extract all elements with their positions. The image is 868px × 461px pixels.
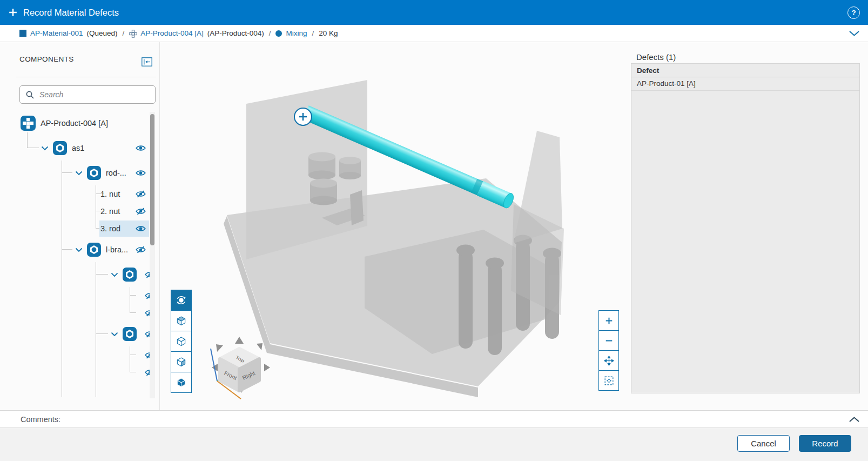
zoom-controls bbox=[598, 311, 619, 391]
assembly-icon bbox=[87, 166, 101, 180]
pan-button[interactable] bbox=[598, 350, 619, 371]
visibility-icon[interactable] bbox=[136, 225, 146, 232]
tree-node[interactable]: 3. rod bbox=[0, 220, 159, 237]
chevron-down-icon[interactable] bbox=[75, 248, 83, 252]
chevron-down-icon[interactable] bbox=[111, 272, 118, 277]
components-panel-title: COMPONENTS bbox=[19, 55, 74, 63]
breadcrumb-operation-link[interactable]: Mixing bbox=[286, 29, 307, 37]
fit-to-view-button[interactable] bbox=[598, 370, 619, 391]
assembly-icon bbox=[53, 141, 67, 155]
help-button[interactable]: ? bbox=[847, 6, 860, 19]
tree-node[interactable] bbox=[0, 262, 159, 287]
chevron-down-icon[interactable] bbox=[111, 332, 118, 337]
chevron-down-icon[interactable] bbox=[41, 146, 49, 151]
components-panel: COMPONENTS AP-Product-004 [A]as1rod-...1… bbox=[0, 42, 160, 410]
material-icon bbox=[19, 30, 26, 37]
cancel-button[interactable]: Cancel bbox=[737, 435, 790, 452]
view-cube[interactable]: Top Front Right bbox=[211, 337, 270, 399]
product-icon bbox=[129, 30, 137, 38]
defects-table: Defect AP-Product-01 [A] bbox=[631, 63, 860, 393]
expand-details-icon[interactable] bbox=[849, 30, 860, 37]
product-alt-name: (AP-Product-004) bbox=[207, 29, 264, 37]
tree-node[interactable]: 2. nut bbox=[0, 203, 159, 220]
search-box bbox=[19, 85, 156, 104]
chevron-down-icon[interactable] bbox=[75, 171, 83, 176]
material-status: (Queued) bbox=[87, 29, 118, 37]
tree-scrollbar-thumb[interactable] bbox=[150, 114, 154, 245]
defects-panel-title: Defects (1) bbox=[636, 52, 676, 62]
viewer-toolbar bbox=[171, 290, 192, 393]
tree-node[interactable] bbox=[0, 287, 159, 304]
product-icon bbox=[21, 116, 36, 131]
tree-node[interactable]: rod-... bbox=[0, 161, 159, 185]
view-cube-shaded-button[interactable] bbox=[171, 310, 192, 331]
visibility-off-icon[interactable] bbox=[136, 246, 146, 253]
tree-node[interactable]: l-bra... bbox=[0, 237, 159, 262]
breadcrumb-separator: / bbox=[312, 29, 314, 37]
tree-node-label: rod-... bbox=[106, 169, 126, 177]
orbit-tool-button[interactable] bbox=[171, 290, 192, 311]
tree-node[interactable]: 1. nut bbox=[0, 185, 159, 203]
assembly-icon bbox=[123, 268, 137, 282]
collapse-comments-icon[interactable] bbox=[849, 416, 860, 423]
search-icon bbox=[25, 90, 35, 99]
collapse-panel-button[interactable] bbox=[142, 57, 152, 66]
view-cube-solid-button[interactable] bbox=[171, 372, 192, 393]
3d-model[interactable] bbox=[224, 80, 564, 397]
3d-viewer: Top Front Right bbox=[160, 42, 628, 410]
page-title: Record Material Defects bbox=[23, 8, 119, 18]
breadcrumb-separator: / bbox=[123, 29, 125, 37]
visibility-icon[interactable] bbox=[136, 144, 146, 152]
tree-node[interactable] bbox=[0, 364, 159, 381]
record-button[interactable]: Record bbox=[799, 435, 851, 452]
view-cube-face-button[interactable] bbox=[171, 351, 192, 372]
comments-label: Comments: bbox=[21, 415, 60, 424]
visibility-icon[interactable] bbox=[136, 169, 146, 177]
tree-node[interactable]: as1 bbox=[0, 136, 159, 161]
defect-row[interactable]: AP-Product-01 [A] bbox=[631, 77, 859, 91]
search-input[interactable] bbox=[39, 90, 150, 99]
divider bbox=[16, 77, 156, 77]
visibility-off-icon[interactable] bbox=[136, 208, 146, 215]
comments-bar[interactable]: Comments: bbox=[0, 410, 868, 428]
zoom-in-button[interactable] bbox=[598, 310, 619, 331]
breadcrumb-material-link[interactable]: AP-Material-001 bbox=[30, 29, 83, 37]
tree-node-label: AP-Product-004 [A] bbox=[41, 119, 108, 128]
assembly-icon bbox=[123, 327, 137, 341]
tree-node-label: 1. nut bbox=[100, 190, 120, 198]
quantity-label: 20 Kg bbox=[319, 29, 338, 37]
breadcrumb-separator: / bbox=[269, 29, 271, 37]
footer-bar: Cancel Record bbox=[0, 428, 868, 461]
tree-node-label: as1 bbox=[72, 144, 84, 152]
components-tree: AP-Product-004 [A]as1rod-...1. nut2. nut… bbox=[0, 111, 159, 410]
model-right-plate bbox=[514, 131, 562, 243]
tree-node-label: 2. nut bbox=[100, 207, 120, 216]
3d-canvas[interactable]: Top Front Right bbox=[160, 42, 628, 410]
tree-node[interactable] bbox=[0, 322, 159, 346]
defects-panel: Defects (1) Defect AP-Product-01 [A] bbox=[628, 42, 868, 410]
app-header: Record Material Defects ? bbox=[0, 0, 868, 25]
tree-node[interactable] bbox=[0, 346, 159, 364]
tree-node-label: l-bra... bbox=[106, 245, 128, 254]
defects-column-header: Defect bbox=[631, 64, 859, 77]
breadcrumb: AP-Material-001 (Queued) / AP-Product-00… bbox=[0, 25, 868, 42]
assembly-icon bbox=[87, 243, 101, 257]
view-cube-wireframe-button[interactable] bbox=[171, 331, 192, 352]
zoom-out-button[interactable] bbox=[598, 330, 619, 351]
breadcrumb-product-link[interactable]: AP-Product-004 [A] bbox=[140, 29, 203, 37]
add-icon bbox=[9, 8, 17, 17]
defect-marker-icon[interactable] bbox=[294, 108, 312, 125]
tree-scrollbar[interactable] bbox=[150, 112, 155, 398]
tree-node[interactable]: AP-Product-004 [A] bbox=[0, 111, 159, 136]
tree-node[interactable] bbox=[0, 304, 159, 322]
visibility-off-icon[interactable] bbox=[136, 190, 146, 198]
operation-icon bbox=[275, 30, 282, 37]
tree-node-label: 3. rod bbox=[100, 224, 120, 233]
